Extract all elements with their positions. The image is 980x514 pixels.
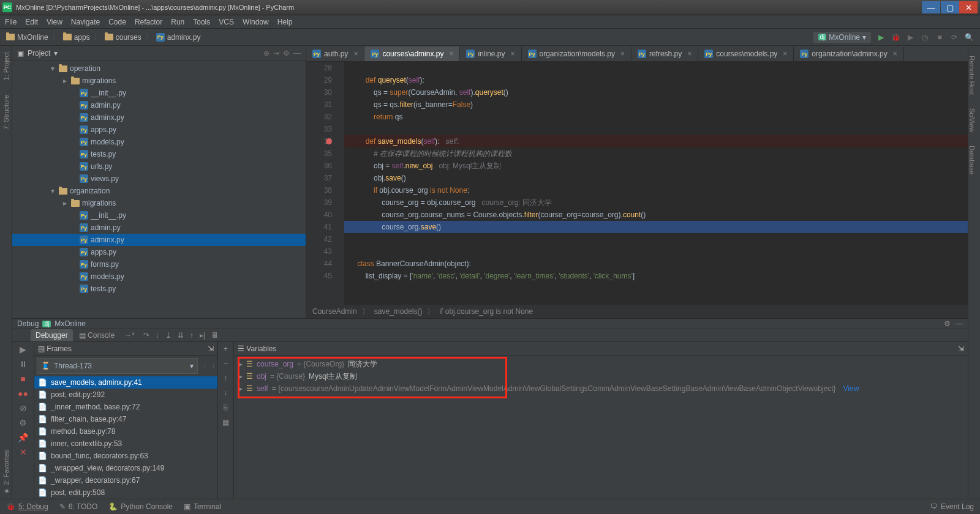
breadcrumb-item[interactable]: MxOnline [6,33,48,42]
thread-selector[interactable]: 🧵 Thread-173 ▾ [37,358,198,374]
menu-edit[interactable]: Edit [25,18,38,26]
favorites-tool-button[interactable]: ★ 2: Favorites [2,446,10,499]
status-terminal[interactable]: ▣ Terminal [184,502,221,511]
breakpoint-icon[interactable] [326,138,332,144]
tree-item[interactable]: ▸migrations [12,197,306,209]
editor-tab[interactable]: Pyauth.py× [306,47,364,61]
close-tab-icon[interactable]: × [353,50,358,58]
close-icon[interactable]: ✕ [20,447,27,457]
event-log[interactable]: 🗨 Event Log [930,502,974,511]
copy-icon[interactable]: ⎘ [224,403,228,412]
code-breadcrumb-item[interactable]: if obj.course_org is not None [439,307,533,316]
tree-item[interactable]: ▾operation [12,62,306,75]
console-tab[interactable]: ▤ Console [74,329,119,341]
search-icon[interactable]: 🔍 [964,32,974,42]
minimize-button[interactable]: — [922,1,940,13]
breadcrumb-item[interactable]: Pyadminx.py [156,33,201,42]
stack-frame[interactable]: 📄method, base.py:78 [34,425,217,438]
project-tree[interactable]: ▾operation▸migrationsPy__init__.pyPyadmi… [12,61,306,318]
next-frame-icon[interactable]: ↓ [209,362,217,370]
fold-gutter[interactable] [337,62,344,305]
tree-item[interactable]: Pyforms.py [12,258,306,270]
stack-frame[interactable]: 📄_inner_method, base.py:72 [34,401,217,413]
tree-item[interactable]: Pymodels.py [12,270,306,283]
close-tab-icon[interactable]: × [893,50,897,58]
editor-tab[interactable]: Pyorganization\adminx.py× [794,47,903,61]
close-tab-icon[interactable]: × [510,50,514,58]
stack-frame[interactable]: 📄_wrapped_view, decorators.py:149 [34,462,217,474]
editor-tab[interactable]: Pycourses\adminx.py× [364,47,460,61]
mute-breakpoints-icon[interactable]: ⊘ [20,403,27,413]
chevron-down-icon[interactable]: ▾ [54,49,58,58]
evaluate-icon[interactable]: 🖩 [211,331,219,340]
stop-button[interactable]: ■ [20,374,25,384]
menu-navigate[interactable]: Navigate [71,18,100,26]
stack-frame[interactable]: 📄post, edit.py:508 [34,486,217,499]
menu-code[interactable]: Code [108,18,126,26]
run-coverage-button[interactable]: ▶ [905,32,915,42]
tree-item[interactable]: Pyapps.py [12,124,306,136]
gear-icon[interactable]: ⚙ [283,49,290,58]
run-to-cursor-icon[interactable]: ▸| [200,331,205,340]
breadcrumb-item[interactable]: courses [105,33,141,42]
stack-frame[interactable]: 📄filter_chain, base.py:47 [34,413,217,425]
line-gutter[interactable]: 282930313233343536373839404142434445 [306,62,337,305]
tree-item[interactable]: Pytests.py [12,148,306,160]
pin-icon[interactable]: 📌 [18,433,28,442]
update-button[interactable]: ⟳ [949,32,959,42]
menu-refactor[interactable]: Refactor [135,18,162,26]
menu-view[interactable]: View [47,18,62,26]
restore-icon[interactable]: ⇲ [208,345,214,353]
step-out-icon[interactable]: ↑ [190,331,194,340]
tree-item[interactable]: Py__init__.py [12,209,306,222]
close-tab-icon[interactable]: × [687,50,692,58]
hide-icon[interactable]: — [956,319,963,328]
tree-item[interactable]: Pyadminx.py [12,111,306,124]
tree-item[interactable]: Pyurls.py [12,160,306,173]
close-tab-icon[interactable]: × [620,50,625,58]
variable-row[interactable]: ▸ ☰ obj = {Course} Mysql主从复制 [234,370,968,382]
tree-item[interactable]: Pyadmin.py [12,99,306,111]
editor-tab[interactable]: Pyinline.py× [460,47,521,61]
structure-tool-button[interactable]: 7: Structure [2,91,10,133]
show-icon[interactable]: ▦ [222,418,229,426]
tree-item[interactable]: Pytests.py [12,283,306,295]
new-watch-icon[interactable]: →* [124,331,135,340]
tree-item[interactable]: Py__init__.py [12,87,306,99]
database-button[interactable]: Database [968,142,976,178]
editor-tab[interactable]: Pycourses\models.py× [698,47,794,61]
menu-help[interactable]: Help [277,18,293,26]
step-over-icon[interactable]: ↷ [143,331,149,340]
close-tab-icon[interactable]: × [449,50,453,58]
tree-item[interactable]: Pyapps.py [12,246,306,258]
tree-item[interactable]: Pyadmin.py [12,222,306,234]
variable-row[interactable]: ▸ ☰ self = {coursescourseAdminUpdateAdmi… [234,382,968,395]
editor-tab[interactable]: Pyrefresh.py× [631,47,698,61]
editor-tab[interactable]: Pyorganization\models.py× [522,47,631,61]
sciview-button[interactable]: SciView [968,105,976,136]
run-config-selector[interactable]: dj MxOnline ▾ [813,32,871,43]
stack-frame[interactable]: 📄post, edit.py:292 [34,389,217,401]
code-breadcrumb-item[interactable]: save_models() [374,307,423,316]
menu-file[interactable]: File [5,18,17,26]
variable-row[interactable]: ▸ ☰ course_org = {CourseOrg} 同济大学 [234,358,968,370]
step-into-my-icon[interactable]: ⤓ [165,331,172,340]
add-watch-icon[interactable]: + [224,345,228,353]
maximize-button[interactable]: ▢ [941,1,959,13]
stack-frame[interactable]: 📄_wrapper, decorators.py:67 [34,474,217,486]
project-tool-button[interactable]: 1: Project [2,48,10,84]
gear-icon[interactable]: ⚙ [944,319,951,328]
code-breadcrumb-item[interactable]: CourseAdmin [312,307,357,316]
tree-item[interactable]: ▾organization [12,185,306,197]
menu-vcs[interactable]: VCS [219,18,234,26]
status-todo[interactable]: ✎ 6: TODO [59,502,98,511]
tree-item[interactable]: Pyviews.py [12,173,306,185]
step-into-icon[interactable]: ↓ [156,331,159,340]
pause-button[interactable]: ⏸ [19,359,28,369]
code-editor[interactable]: def queryset(self): qs = super(CourseAdm… [344,62,968,305]
run-button[interactable]: ▶ [876,32,886,42]
locate-icon[interactable]: ⊕ [263,49,270,58]
frames-list[interactable]: 📄save_models, adminx.py:41📄post, edit.py… [34,376,217,499]
profile-button[interactable]: ◷ [920,32,930,42]
variables-list[interactable]: ▸ ☰ course_org = {CourseOrg} 同济大学▸ ☰ obj… [234,356,968,499]
